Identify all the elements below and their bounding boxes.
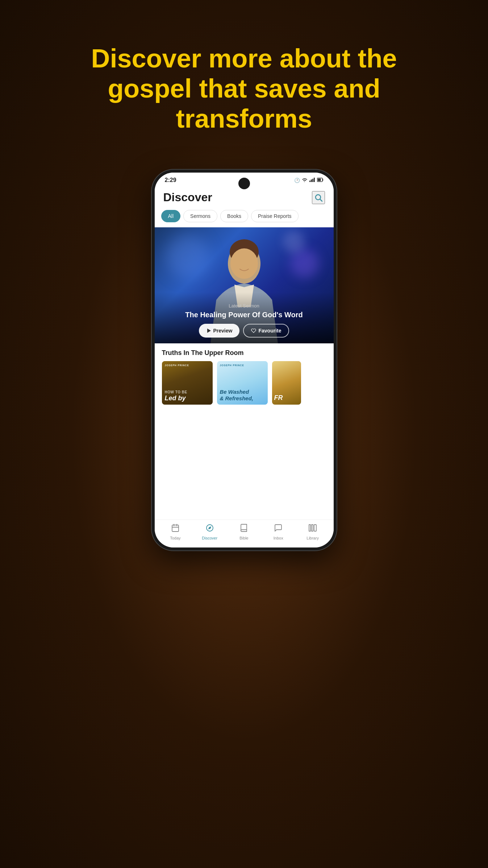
book1-title: Led by <box>165 395 211 402</box>
featured-title: The Healing Power Of God's Word <box>162 310 326 319</box>
featured-sermon-card: Latest Sermon The Healing Power Of God's… <box>155 227 334 343</box>
tab-books[interactable]: Books <box>220 210 248 222</box>
svg-point-10 <box>230 248 258 279</box>
svg-rect-5 <box>317 178 321 181</box>
svg-marker-17 <box>208 526 211 529</box>
book-icon <box>239 524 248 534</box>
clock-icon: 🕐 <box>294 178 300 183</box>
tab-sermons[interactable]: Sermons <box>183 210 217 222</box>
bottom-nav: Today Discover Bible <box>155 520 334 547</box>
book2-author: JOSEPH PRINCE <box>220 364 265 367</box>
calendar-icon <box>171 524 180 534</box>
wifi-icon <box>302 178 308 183</box>
book-card-1[interactable]: JOSEPH PRINCE HOW TO BE Led by <box>162 361 213 405</box>
svg-rect-12 <box>172 525 179 532</box>
camera-notch <box>238 178 250 189</box>
svg-rect-0 <box>309 181 310 182</box>
status-icons: 🕐 <box>294 178 324 183</box>
nav-inbox[interactable]: Inbox <box>268 524 288 540</box>
book2-title: Be Washed& Refreshed, <box>220 389 266 402</box>
nav-today[interactable]: Today <box>165 524 185 540</box>
svg-rect-3 <box>314 178 315 182</box>
preview-label: Preview <box>213 328 233 334</box>
svg-line-7 <box>320 199 322 201</box>
nav-library[interactable]: Library <box>303 524 323 540</box>
favourite-button[interactable]: Favourite <box>243 324 289 338</box>
book-card-3[interactable]: FR <box>272 361 301 405</box>
featured-overlay: Latest Sermon The Healing Power Of God's… <box>155 292 334 343</box>
svg-rect-2 <box>312 179 313 182</box>
status-time: 2:29 <box>165 177 176 183</box>
status-bar: 2:29 🕐 <box>155 173 334 186</box>
svg-rect-20 <box>314 525 316 531</box>
svg-marker-11 <box>207 328 211 333</box>
svg-rect-1 <box>311 179 312 182</box>
svg-rect-19 <box>312 525 313 531</box>
phone-mockup: 2:29 🕐 Discover <box>152 170 337 550</box>
nav-inbox-label: Inbox <box>274 536 283 540</box>
content-section: Truths In The Upper Room JOSEPH PRINCE H… <box>155 343 334 520</box>
battery-icon <box>317 178 324 183</box>
library-icon <box>308 524 317 534</box>
preview-button[interactable]: Preview <box>199 324 240 338</box>
compass-icon <box>205 524 214 534</box>
favourite-label: Favourite <box>258 328 281 334</box>
book3-title: FR <box>274 394 300 402</box>
nav-library-label: Library <box>306 536 319 540</box>
signal-icon <box>309 178 315 183</box>
filter-tabs: All Sermons Books Praise Reports <box>155 208 334 227</box>
featured-actions: Preview Favourite <box>162 324 326 338</box>
book-card-2[interactable]: JOSEPH PRINCE Be Washed& Refreshed, <box>217 361 268 405</box>
nav-discover[interactable]: Discover <box>200 524 220 540</box>
book1-author: JOSEPH PRINCE <box>165 364 210 367</box>
page-headline: Discover more about the gospel that save… <box>43 22 445 152</box>
message-icon <box>274 524 283 534</box>
section-title: Truths In The Upper Room <box>162 349 326 357</box>
latest-label: Latest Sermon <box>162 303 326 309</box>
nav-discover-label: Discover <box>202 536 217 540</box>
nav-bible[interactable]: Bible <box>234 524 254 540</box>
books-row: JOSEPH PRINCE HOW TO BE Led by J <box>162 361 326 405</box>
tab-praise-reports[interactable]: Praise Reports <box>251 210 299 222</box>
app-title: Discover <box>163 191 212 204</box>
tab-all[interactable]: All <box>161 210 181 222</box>
nav-today-label: Today <box>170 536 180 540</box>
nav-bible-label: Bible <box>239 536 248 540</box>
search-button[interactable] <box>312 191 325 204</box>
svg-rect-18 <box>309 525 310 531</box>
